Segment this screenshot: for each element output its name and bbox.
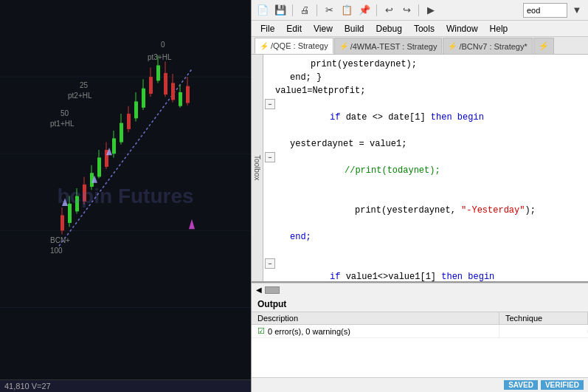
code-line-8: end; [263,230,588,244]
tab-qqe-icon: ⚡ [260,42,269,50]
output-cell-desc: ☑ 0 error(s), 0 warning(s) [252,325,499,337]
tab-bcnv7[interactable]: ⚡ /BCNv7 : Strategy* [443,38,532,54]
ide-toolbar: 📄 💾 🖨 ✂ 📋 📌 ↩ ↪ ▶ ▼ [252,0,588,21]
menu-file[interactable]: File [255,22,280,35]
menu-tools[interactable]: Tools [408,22,440,35]
chart-label-bcn: BCN+ [50,236,70,244]
tab-4wma-label: /4WMA-TEST : Strategy [350,42,437,51]
bottom-scroll-bar[interactable]: ◀ [252,283,588,296]
toolbox-strip[interactable]: Toolbox [252,55,263,281]
check-icon: ☑ [257,326,265,336]
code-line-3: value1=Netprofit; [263,84,588,97]
code-line-4: − if date <> date[1] then begin [263,97,588,137]
chart-watermark: bcpin Futures [57,185,193,208]
tab-qqe[interactable]: ⚡ /QQE : Strategy [255,38,333,54]
toolbar-sep-2 [317,4,317,16]
tab-more-icon: ⚡ [539,41,549,51]
redo-button[interactable]: ↪ [398,2,415,18]
col-technique: Technique [499,312,588,324]
chart-label-0: 0 [161,41,165,49]
tab-bcnv7-icon: ⚡ [448,42,457,50]
dropdown-button[interactable]: ▼ [569,2,585,18]
status-verified: VERIFIED [541,380,584,390]
chart-label-25: 25 [80,81,88,89]
paste-button[interactable]: 📌 [356,2,373,18]
code-line-2: end; } [263,71,588,84]
code-line-5: yesterdaynet = value1; [263,137,588,151]
status-saved: SAVED [504,380,538,390]
eod-input[interactable] [523,3,567,18]
chart-label-pt2hl: pt2+HL [68,92,92,100]
chart-area: bcpin Futures 0 pt3+HL 25 pt2+HL 50 pt1+… [0,0,251,392]
menu-window[interactable]: Window [440,22,484,35]
code-line-10: − if value1<>value1[1] then begin [263,257,588,281]
menu-build[interactable]: Build [339,22,370,35]
chart-label-100: 100 [50,247,63,255]
scroll-thumb[interactable] [265,286,280,294]
output-cell-technique [499,330,588,333]
code-line-6: − //print(todaynet); [263,151,588,190]
ide-main: Toolbox print(yesterdaynet); end; } valu… [252,55,588,281]
code-editor[interactable]: print(yesterdaynet); end; } value1=Netpr… [263,55,588,281]
cut-button[interactable]: ✂ [321,2,337,18]
chart-label-pt1hl: pt1+HL [50,120,75,128]
ide-menubar: File Edit View Build Debug Tools Window … [252,21,588,37]
ide-tabs: ⚡ /QQE : Strategy ⚡ /4WMA-TEST : Strateg… [252,37,588,55]
toolbar-sep-3 [376,4,377,16]
toolbar-sep-1 [292,4,293,16]
copy-button[interactable]: 📋 [339,2,355,18]
undo-button[interactable]: ↩ [381,2,397,18]
code-line-9 [263,244,588,257]
tab-more[interactable]: ⚡ [533,38,554,54]
scroll-left-arrow[interactable]: ◀ [255,286,263,294]
ide-status: SAVED VERIFIED [252,377,588,392]
chart-bottom-bar: 41,810 V=27 [0,379,251,392]
menu-view[interactable]: View [308,22,339,35]
code-line-7: print(yesterdaynet, "-Yesterday"); [263,190,588,230]
output-desc-text: 0 error(s), 0 warning(s) [268,327,350,336]
menu-debug[interactable]: Debug [370,22,408,35]
output-col-header: Description Technique [252,312,588,325]
fold-button-10[interactable]: − [265,258,275,269]
output-row-0: ☑ 0 error(s), 0 warning(s) [252,325,588,338]
toolbar-sep-4 [418,4,419,16]
menu-help[interactable]: Help [484,22,514,35]
tab-qqe-label: /QQE : Strategy [271,41,328,50]
fold-button-4[interactable]: − [265,99,275,109]
code-line-1: print(yesterdaynet); [263,58,588,71]
menu-edit[interactable]: Edit [280,22,308,35]
chart-label-pt3hl: pt3+HL [148,53,172,61]
run-button[interactable]: ▶ [423,2,439,18]
fold-button-6[interactable]: − [265,152,275,162]
col-description: Description [252,312,499,324]
ide-area: 📄 💾 🖨 ✂ 📋 📌 ↩ ↪ ▶ ▼ File Edit View Build… [251,0,588,392]
print-button[interactable]: 🖨 [297,2,313,18]
tab-4wma-icon: ⚡ [339,42,348,50]
tab-4wma[interactable]: ⚡ /4WMA-TEST : Strategy [334,38,443,54]
output-table: Description Technique ☑ 0 error(s), 0 wa… [252,312,588,377]
chart-label-50: 50 [60,109,69,117]
output-header: Output [252,296,588,312]
save-button[interactable]: 💾 [272,2,288,18]
tab-bcnv7-label: /BCNv7 : Strategy* [459,42,527,51]
ide-bottom: ◀ Output Description Technique ☑ 0 error… [252,281,588,377]
new-file-button[interactable]: 📄 [255,2,271,18]
